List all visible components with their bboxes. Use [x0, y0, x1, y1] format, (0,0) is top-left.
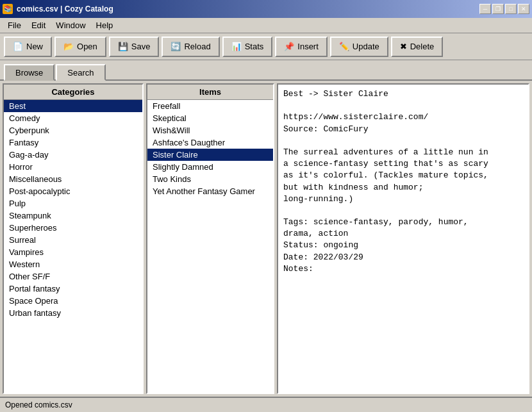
- title-bar-title: comics.csv | Cozy Catalog: [17, 4, 113, 13]
- category-space-opera[interactable]: Space Opera: [4, 295, 142, 307]
- category-urban-fantasy[interactable]: Urban fantasy: [4, 307, 142, 319]
- title-bar-left: 📚 comics.csv | Cozy Catalog: [3, 4, 113, 14]
- title-bar-controls[interactable]: ─ ❐ □ ✕: [479, 4, 529, 14]
- items-panel: Items Freefall Skeptical Wish&Will Ashfa…: [146, 83, 274, 394]
- delete-icon: ✖: [400, 42, 407, 51]
- category-vampires[interactable]: Vampires: [4, 246, 142, 258]
- status-bar: Opened comics.csv: [0, 397, 532, 412]
- category-horror[interactable]: Horror: [4, 161, 142, 173]
- reload-label: Reload: [184, 42, 210, 51]
- item-freefall[interactable]: Freefall: [147, 100, 273, 112]
- menu-bar: File Edit Window Help: [0, 18, 532, 33]
- reload-icon: 🔄: [170, 42, 181, 51]
- new-icon: 📄: [13, 42, 23, 51]
- new-label: New: [26, 42, 43, 51]
- restore-button[interactable]: ❐: [492, 4, 504, 14]
- category-surreal[interactable]: Surreal: [4, 234, 142, 246]
- save-label: Save: [131, 42, 151, 51]
- category-gag-a-day[interactable]: Gag-a-day: [4, 149, 142, 161]
- stats-icon: 📊: [231, 42, 242, 51]
- categories-panel: Categories Best Comedy Cyberpunk Fantasy…: [3, 83, 144, 394]
- category-comedy[interactable]: Comedy: [4, 112, 142, 124]
- menu-file[interactable]: File: [3, 19, 26, 31]
- category-miscellaneous[interactable]: Miscellaneous: [4, 173, 142, 185]
- categories-list[interactable]: Best Comedy Cyberpunk Fantasy Gag-a-day …: [4, 100, 142, 393]
- save-icon: 💾: [118, 42, 128, 51]
- category-portal-fantasy[interactable]: Portal fantasy: [4, 283, 142, 295]
- open-icon: 📂: [63, 42, 74, 51]
- delete-label: Delete: [410, 42, 435, 51]
- category-superheroes[interactable]: Superheroes: [4, 222, 142, 234]
- category-best[interactable]: Best: [4, 100, 142, 112]
- stats-button[interactable]: 📊 Stats: [222, 37, 273, 57]
- tab-browse[interactable]: Browse: [4, 64, 54, 81]
- insert-icon: 📌: [284, 42, 294, 51]
- open-button[interactable]: 📂 Open: [54, 37, 106, 57]
- item-slightly-damned[interactable]: Slightly Damned: [147, 161, 273, 173]
- item-wishandwill[interactable]: Wish&Will: [147, 124, 273, 136]
- stats-label: Stats: [245, 42, 264, 51]
- delete-button[interactable]: ✖ Delete: [391, 37, 444, 57]
- item-ashfaces-daugther[interactable]: Ashface's Daugther: [147, 136, 273, 149]
- item-sister-claire[interactable]: Sister Claire: [147, 149, 273, 161]
- items-header: Items: [147, 85, 273, 100]
- category-steampunk[interactable]: Steampunk: [4, 210, 142, 222]
- tab-search[interactable]: Search: [56, 64, 105, 81]
- category-pulp[interactable]: Pulp: [4, 197, 142, 210]
- app-icon: 📚: [3, 4, 13, 14]
- detail-panel: Best -> Sister Claire https://www.sister…: [277, 83, 529, 394]
- category-post-apocalyptic[interactable]: Post-apocalyptic: [4, 185, 142, 197]
- title-bar: 📚 comics.csv | Cozy Catalog ─ ❐ □ ✕: [0, 0, 532, 18]
- item-two-kinds[interactable]: Two Kinds: [147, 173, 273, 185]
- update-button[interactable]: ✏️ Update: [330, 37, 388, 57]
- update-label: Update: [353, 42, 379, 51]
- categories-header: Categories: [4, 85, 142, 100]
- category-western[interactable]: Western: [4, 258, 142, 270]
- open-label: Open: [77, 42, 97, 51]
- reload-button[interactable]: 🔄 Reload: [162, 37, 219, 57]
- update-icon: ✏️: [339, 42, 349, 51]
- save-button[interactable]: 💾 Save: [109, 37, 160, 57]
- tab-bar: Browse Search: [0, 60, 532, 81]
- category-fantasy[interactable]: Fantasy: [4, 136, 142, 149]
- category-other-sf-f[interactable]: Other SF/F: [4, 270, 142, 283]
- minimize-button[interactable]: ─: [479, 4, 491, 14]
- menu-window[interactable]: Window: [51, 19, 90, 31]
- close-button[interactable]: ✕: [518, 4, 529, 14]
- item-yet-another-fantasy-gamer[interactable]: Yet Another Fantasy Gamer: [147, 185, 273, 197]
- new-button[interactable]: 📄 New: [4, 37, 52, 57]
- menu-help[interactable]: Help: [91, 19, 119, 31]
- toolbar: 📄 New 📂 Open 💾 Save 🔄 Reload 📊 Stats 📌 I…: [0, 33, 532, 60]
- main-content: Categories Best Comedy Cyberpunk Fantasy…: [0, 81, 532, 397]
- menu-edit[interactable]: Edit: [26, 19, 51, 31]
- insert-button[interactable]: 📌 Insert: [275, 37, 328, 57]
- item-skeptical[interactable]: Skeptical: [147, 112, 273, 124]
- insert-label: Insert: [297, 42, 319, 51]
- maximize-button[interactable]: □: [505, 4, 517, 14]
- detail-content[interactable]: Best -> Sister Claire https://www.sister…: [278, 85, 528, 393]
- status-text: Opened comics.csv: [5, 400, 72, 409]
- category-cyberpunk[interactable]: Cyberpunk: [4, 124, 142, 136]
- items-list[interactable]: Freefall Skeptical Wish&Will Ashface's D…: [147, 100, 273, 393]
